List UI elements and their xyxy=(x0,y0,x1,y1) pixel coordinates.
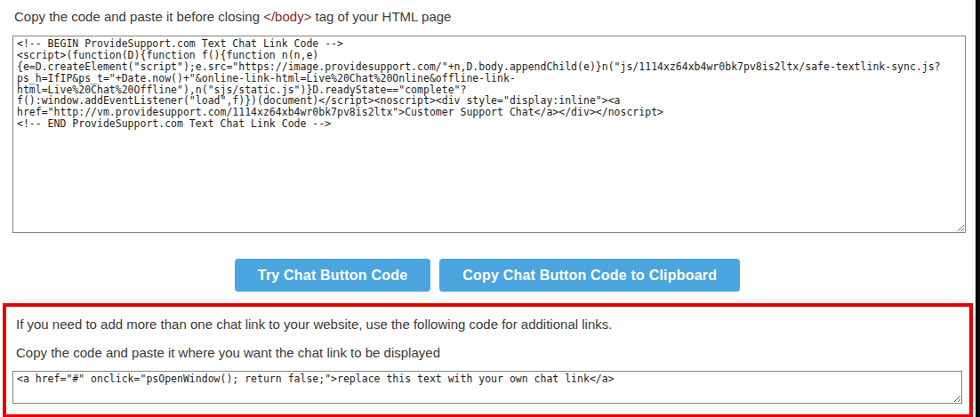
additional-links-instruction: Copy the code and paste it where you wan… xyxy=(12,344,969,361)
try-chat-button-code-button[interactable]: Try Chat Button Code xyxy=(235,259,430,292)
button-row: Try Chat Button Code Copy Chat Button Co… xyxy=(0,259,975,292)
instruction-prefix: Copy the code and paste it before closin… xyxy=(14,9,263,24)
main-instruction: Copy the code and paste it before closin… xyxy=(14,8,980,26)
copy-chat-button-code-button[interactable]: Copy Chat Button Code to Clipboard xyxy=(439,259,740,292)
additional-links-section: If you need to add more than one chat li… xyxy=(3,303,973,417)
right-edge-bar xyxy=(976,0,980,417)
additional-links-note: If you need to add more than one chat li… xyxy=(12,316,969,333)
chat-link-code-textarea[interactable]: <!-- BEGIN ProvideSupport.com Text Chat … xyxy=(12,36,966,233)
instruction-suffix: tag of your HTML page xyxy=(311,9,451,24)
additional-link-code-textarea[interactable]: <a href="#" onclick="psOpenWindow(); ret… xyxy=(12,371,962,404)
body-close-tag-code: </body> xyxy=(263,9,311,24)
